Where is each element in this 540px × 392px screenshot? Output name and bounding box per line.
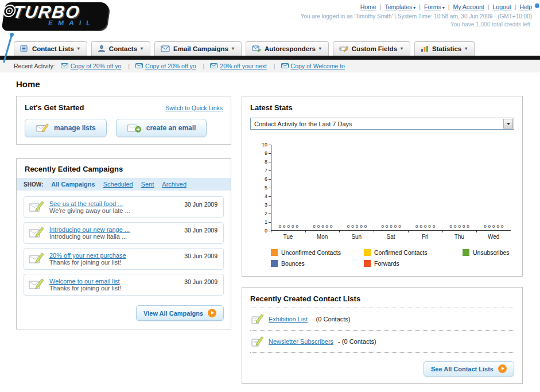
tab-label: Autoresponders (265, 45, 316, 52)
link-logout[interactable]: Logout (493, 3, 511, 10)
link-forms[interactable]: Forms (424, 3, 441, 10)
campaign-title-link[interactable]: Welcome to our email list (49, 278, 121, 285)
campaign-envelope-pencil-icon (29, 278, 45, 292)
y-axis-tick: 6 (265, 176, 271, 182)
campaign-date: 30 Jun 2009 (184, 253, 217, 259)
envelope-icon (210, 63, 217, 68)
chart-y-axis: 109876543210 (256, 145, 271, 231)
link-my-account[interactable]: My Account (453, 3, 484, 10)
recent-activity-link[interactable]: Copy of Welcome to (291, 63, 345, 69)
switch-to-quick-links[interactable]: Switch to Quick Links (165, 104, 223, 111)
filter-archived[interactable]: Archived (162, 181, 187, 188)
tab-statistics[interactable]: Statistics ▾ (414, 41, 475, 56)
see-all-contact-lists-button[interactable]: See All Contact Lists (424, 361, 514, 377)
filter-scheduled[interactable]: Scheduled (103, 181, 133, 188)
link-help[interactable]: Help (519, 3, 532, 10)
stats-period-select[interactable]: Contact Activity for the Last 7 Days (250, 118, 514, 130)
tab-autoresponders[interactable]: Autoresponders ▾ (246, 41, 329, 56)
filter-all-campaigns[interactable]: All Campaigns (51, 181, 95, 188)
separator (415, 3, 424, 10)
tab-contacts[interactable]: Contacts ▾ (91, 41, 150, 56)
recent-activity-bar: Recent Activity: Copy of 20% off yo Copy… (0, 60, 540, 72)
legend-item-confirmed: Confirmed Contacts (364, 249, 463, 256)
manage-lists-button[interactable]: manage lists (25, 119, 107, 137)
autoresponders-icon (252, 45, 261, 52)
legend-label: Unconfirmed Contacts (281, 249, 341, 256)
recent-contact-lists-title: Recently Created Contact Lists (250, 294, 360, 303)
campaign-title-link[interactable]: Introducing our new range ... (49, 226, 130, 233)
campaign-title-link[interactable]: 20% off your next purchase (49, 252, 126, 259)
campaign-row: Introducing our new range ... Introducin… (24, 222, 224, 244)
stats-period-value: Contact Activity for the Last 7 Days (254, 121, 352, 127)
corner-dot-decoration (535, 3, 539, 8)
contact-list-link[interactable]: Exhibition List (269, 316, 308, 323)
recent-activity-link[interactable]: Copy of 20% off yo (71, 63, 122, 69)
envelope-icon (135, 63, 143, 68)
recent-activity-link[interactable]: 20% off your next (220, 63, 267, 69)
recent-contact-lists-panel: Recently Created Contact Lists Exhibitio… (242, 287, 523, 384)
contact-list-link[interactable]: Newsletter Subscribers (269, 338, 333, 345)
contact-lists-icon (20, 45, 29, 52)
link-templates[interactable]: Templates (384, 3, 412, 10)
show-label: SHOW: (24, 181, 43, 188)
legend-item-unsubscribes: Unsubscribes (463, 249, 514, 256)
bar-value-group: 00000 (476, 224, 511, 229)
main-content: Home Let's Get Started Switch to Quick L… (0, 72, 540, 392)
legend-label: Forwards (374, 260, 399, 267)
chevron-down-icon: ▾ (401, 46, 403, 51)
tab-label: Custom Fields (352, 45, 397, 52)
turbo-email-logo[interactable]: TURBO EMAIL (3, 2, 108, 30)
bar-value-group: 00000 (271, 224, 306, 229)
logo-text-turbo: TURBO (12, 3, 99, 21)
create-email-label: create an email (146, 124, 196, 132)
campaign-title-link[interactable]: See us at the retail food ... (49, 200, 130, 207)
contacts-icon (98, 45, 106, 52)
view-all-campaigns-label: View All Campaigns (143, 310, 203, 317)
recent-campaigns-title: Recently Edited Campaigns (25, 165, 123, 173)
separator (484, 3, 493, 10)
view-all-campaigns-button[interactable]: View All Campaigns (136, 305, 224, 321)
x-axis-label: Mon (305, 234, 340, 240)
x-axis-label: Sun (339, 234, 374, 240)
bar-value-group: 00000 (408, 224, 442, 229)
recent-activity-item: Copy of 20% off yo (135, 63, 204, 69)
campaign-envelope-pencil-icon (29, 252, 45, 266)
bar-value-group: 00000 (374, 224, 409, 229)
campaign-subtitle: Introducing our new Italia ... (49, 233, 127, 240)
envelope-icon (281, 63, 289, 68)
recent-activity-item: 20% off your next (210, 63, 275, 69)
y-axis-tick: 8 (265, 159, 271, 165)
latest-stats-title: Latest Stats (250, 103, 293, 112)
link-home[interactable]: Home (360, 3, 376, 10)
tab-email-campaigns[interactable]: Email Campaigns ▾ (154, 41, 242, 56)
chart-zero-values: 00000000000000000000000000000000000 (271, 224, 511, 229)
custom-fields-icon (339, 45, 348, 52)
chevron-down-icon: ▾ (319, 46, 321, 51)
recent-campaigns-panel: Recently Edited Campaigns SHOW: All Camp… (16, 158, 231, 329)
see-all-contact-lists-label: See All Contact Lists (431, 366, 494, 372)
email-campaigns-icon (161, 45, 170, 52)
tab-contact-lists[interactable]: Contact Lists ▾ (14, 41, 87, 56)
x-axis-label: Fri (408, 234, 442, 240)
legend-swatch (463, 249, 469, 256)
recent-activity-link[interactable]: Copy of 20% off yo (145, 63, 196, 69)
legend-swatch (364, 249, 371, 256)
contact-list-detail: - (0 Contacts) (338, 338, 376, 345)
envelope-icon (61, 63, 68, 68)
campaign-row: Welcome to our email list Thanks for joi… (24, 274, 224, 296)
y-axis-tick: 1 (265, 219, 271, 225)
separator (511, 3, 520, 10)
y-axis-tick: 3 (265, 202, 271, 208)
y-axis-tick: 2 (265, 211, 271, 216)
y-axis-tick: 0 (265, 228, 271, 234)
campaign-date: 30 Jun 2009 (184, 227, 217, 234)
create-email-button[interactable]: create an email (116, 119, 207, 137)
legend-item-forwards: Forwards (364, 260, 463, 267)
tab-custom-fields[interactable]: Custom Fields ▾ (333, 41, 410, 56)
chevron-down-icon: ▾ (232, 46, 234, 51)
legend-swatch (271, 249, 278, 256)
separator (445, 3, 453, 10)
credits-text: You have 1,000 total credits left. (301, 21, 532, 28)
legend-label: Unsubscribes (473, 249, 510, 256)
filter-sent[interactable]: Sent (141, 181, 154, 188)
